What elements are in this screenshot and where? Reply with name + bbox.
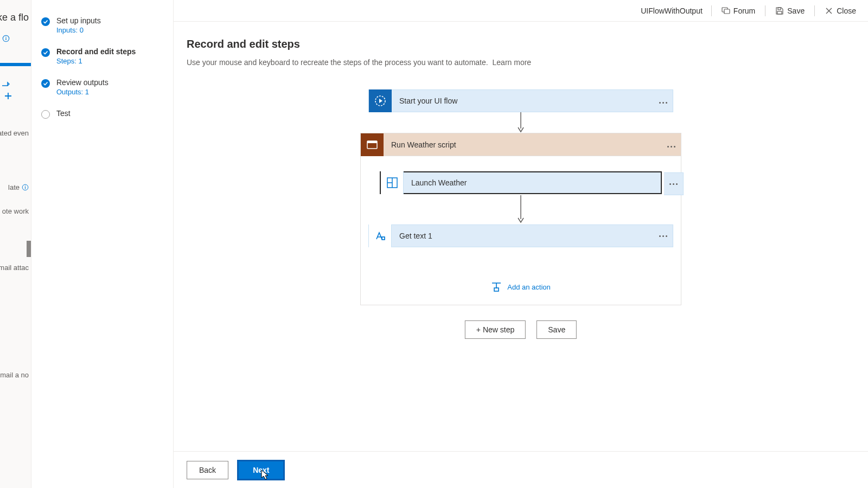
script-header[interactable]: Run Weather script	[361, 133, 681, 156]
svg-rect-8	[778, 8, 781, 10]
svg-point-1	[5, 37, 7, 38]
arrow-connector	[516, 112, 525, 133]
close-label: Close	[837, 7, 856, 15]
action-card-launch-weather[interactable]: Launch Weather	[380, 171, 662, 194]
wizard-step-outputs[interactable]: Review outputs Outputs: 1	[41, 78, 163, 96]
action-label: Launch Weather	[404, 178, 661, 187]
main-area: UIFlowWithOutput Forum Save Close Record…	[174, 0, 868, 488]
bg-fragment-1: gnated even	[0, 129, 29, 137]
flow-card-start[interactable]: Start your UI flow	[368, 89, 673, 112]
svg-rect-2	[5, 38, 6, 40]
info-icon	[2, 35, 10, 42]
checkmark-icon	[41, 79, 50, 88]
background-panel: ake a flo gnated even late ote work emai…	[0, 0, 31, 488]
canvas-save-button[interactable]: Save	[537, 320, 577, 339]
flow-card-script: Run Weather script Launch Weather	[360, 133, 681, 305]
svg-rect-13	[367, 141, 377, 143]
wizard-step-record[interactable]: Record and edit steps Steps: 1	[41, 47, 163, 65]
script-body: Launch Weather Get text 1	[361, 156, 681, 296]
wizard-step-sub: Steps: 1	[56, 57, 136, 65]
forum-button[interactable]: Forum	[717, 4, 760, 17]
bg-heading-fragment: ake a flo	[0, 12, 29, 23]
add-action-label: Add an action	[507, 283, 551, 291]
back-button[interactable]: Back	[187, 461, 228, 479]
canvas-buttons: + New step Save	[465, 320, 577, 339]
wizard-footer: Back Next	[174, 451, 868, 488]
card-menu-button[interactable]	[653, 224, 673, 247]
wizard-steps-sidebar: Set up inputs Inputs: 0 Record and edit …	[31, 0, 174, 488]
pending-step-icon	[41, 110, 50, 119]
arrow-connector	[516, 195, 525, 223]
separator	[814, 5, 815, 16]
add-action-button[interactable]: Add an action	[367, 282, 674, 292]
learn-more-link[interactable]: Learn more	[493, 58, 532, 67]
wizard-step-title: Record and edit steps	[56, 47, 136, 56]
card-menu-button[interactable]	[661, 140, 681, 150]
svg-rect-9	[777, 11, 782, 14]
svg-rect-5	[25, 187, 25, 189]
action-label: Get text 1	[392, 232, 653, 240]
forum-label: Forum	[733, 7, 755, 15]
wizard-step-sub: Inputs: 0	[56, 26, 101, 34]
wizard-step-inputs[interactable]: Set up inputs Inputs: 0	[41, 16, 163, 34]
bg-fragment-4: email attac	[0, 264, 29, 272]
close-icon	[825, 7, 833, 15]
separator	[711, 5, 712, 16]
flow-card-label: Start your UI flow	[392, 97, 653, 105]
bg-fragment-3: ote work	[2, 207, 29, 215]
wizard-step-sub: Outputs: 1	[56, 88, 108, 96]
svg-rect-19	[382, 237, 385, 240]
flow-icon	[1, 80, 10, 89]
svg-rect-7	[724, 9, 730, 14]
card-menu-button[interactable]	[653, 96, 673, 106]
bg-card-fragment	[27, 241, 31, 257]
next-button[interactable]: Next	[237, 460, 285, 480]
checkmark-icon	[41, 48, 50, 57]
add-action-icon	[491, 282, 502, 292]
text-icon	[369, 224, 392, 247]
script-label: Run Weather script	[384, 140, 661, 149]
save-button[interactable]: Save	[771, 4, 809, 17]
play-record-icon	[369, 89, 392, 112]
wizard-step-title: Set up inputs	[56, 16, 101, 25]
content-area: Record and edit steps Use your mouse and…	[174, 22, 868, 488]
top-bar: UIFlowWithOutput Forum Save Close	[174, 0, 868, 22]
terminal-icon	[361, 133, 384, 156]
wizard-step-title: Review outputs	[56, 78, 108, 87]
close-button[interactable]: Close	[820, 4, 860, 17]
wizard-step-test[interactable]: Test	[41, 109, 163, 119]
svg-point-4	[25, 185, 25, 186]
bg-fragment-2: late	[8, 183, 29, 191]
progress-bar-fragment	[0, 63, 31, 66]
wizard-step-title: Test	[56, 109, 71, 118]
action-card-get-text[interactable]: Get text 1	[368, 224, 673, 247]
page-heading: Record and edit steps	[187, 38, 855, 50]
new-step-button[interactable]: + New step	[465, 320, 526, 339]
app-window-icon	[381, 171, 404, 194]
save-icon	[775, 7, 784, 15]
svg-rect-20	[382, 237, 385, 240]
flow-name: UIFlowWithOutput	[641, 7, 703, 15]
save-label: Save	[787, 7, 805, 15]
bg-fragment-5: email a no	[0, 371, 29, 379]
plus-icon	[4, 92, 12, 100]
forum-icon	[722, 7, 730, 15]
separator	[765, 5, 765, 16]
checkmark-icon	[41, 17, 50, 26]
page-description: Use your mouse and keyboard to recreate …	[187, 58, 855, 67]
flow-canvas: Start your UI flow Run Weather script	[187, 89, 855, 371]
card-menu-button[interactable]	[664, 172, 684, 195]
